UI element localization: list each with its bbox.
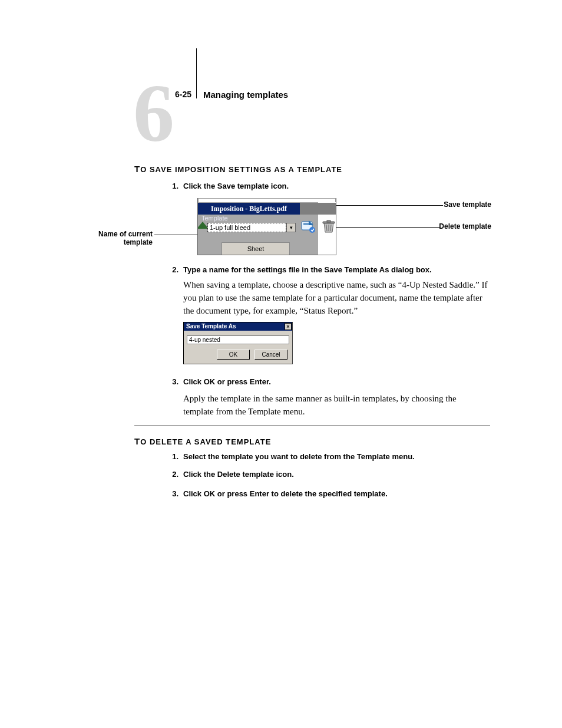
cancel-button[interactable]: Cancel: [254, 350, 287, 360]
step-1: 1.Click the Save template icon.: [164, 182, 289, 190]
svg-rect-1: [303, 223, 309, 225]
svg-rect-4: [327, 220, 330, 222]
callout-save-template: Save template: [444, 200, 491, 209]
step-2-number: 2.: [164, 265, 178, 274]
window-title-inactive: [300, 203, 336, 215]
window-title: Imposition - BigLetts.pdf: [198, 203, 300, 215]
delete-step-3-text: Click OK or press Enter to delete the sp…: [183, 489, 388, 498]
callout-delete-template: Delete template: [439, 222, 491, 230]
section-divider: [134, 426, 490, 426]
callout-line-left: [154, 235, 197, 235]
delete-step-1-number: 1.: [164, 452, 178, 461]
chapter-number-bg: 6: [133, 72, 174, 154]
heading2-initial: T: [134, 436, 140, 446]
screenshot-imposition-toolbar: Imposition - BigLetts.pdf Template 1-up …: [197, 198, 336, 255]
page-number: 6-25: [175, 90, 191, 99]
header-divider: [196, 48, 197, 98]
heading-initial: T: [134, 164, 140, 174]
step-3: 3.Click OK or press Enter.: [164, 377, 271, 386]
save-template-icon[interactable]: [300, 219, 317, 233]
step-2-text: Type a name for the settings file in the…: [183, 265, 432, 274]
heading2-rest: O DELETE A SAVED TEMPLATE: [140, 437, 271, 446]
section-heading-delete: TO DELETE A SAVED TEMPLATE: [134, 436, 271, 446]
delete-step-1-text: Select the template you want to delete f…: [183, 452, 415, 461]
step-1-text: Click the Save template icon.: [183, 182, 289, 190]
template-dropdown[interactable]: 1-up full bleed: [207, 223, 286, 232]
page-title: Managing templates: [203, 90, 288, 100]
callout-template-name: Name of current template: [73, 230, 153, 246]
toolbar-top-border: [198, 198, 336, 202]
delete-step-1: 1.Select the template you want to delete…: [164, 452, 415, 461]
delete-step-3-number: 3.: [164, 489, 178, 498]
sheet-tab[interactable]: Sheet: [222, 242, 290, 255]
section-heading-save: TO SAVE IMPOSITION SETTINGS AS A TEMPLAT…: [134, 164, 342, 174]
template-section-label: Template: [201, 215, 228, 222]
step-2-description: When saving a template, choose a descrip…: [183, 279, 489, 317]
callout-line-right-bottom: [329, 227, 439, 228]
template-name-input[interactable]: 4-up nested: [187, 335, 289, 344]
dialog-title: Save Template As: [184, 322, 292, 331]
ok-button[interactable]: OK: [217, 350, 250, 360]
screenshot-save-template-dialog: Save Template As × 4-up nested OK Cancel: [183, 322, 293, 364]
svg-point-2: [309, 227, 315, 233]
dropdown-arrow-icon[interactable]: ▾: [286, 223, 296, 232]
step-3-description: Apply the template in the same manner as…: [183, 393, 489, 419]
step-1-number: 1.: [164, 182, 178, 190]
delete-step-2-text: Click the Delete template icon.: [183, 470, 294, 479]
close-icon[interactable]: ×: [285, 323, 292, 330]
delete-step-3: 3.Click OK or press Enter to delete the …: [164, 489, 388, 498]
delete-step-2-number: 2.: [164, 470, 178, 479]
delete-step-2: 2.Click the Delete template icon.: [164, 470, 294, 479]
step-2: 2.Type a name for the settings file in t…: [164, 265, 432, 274]
delete-template-icon[interactable]: [320, 219, 336, 233]
step-3-number: 3.: [164, 377, 178, 386]
page-header: 6 6-25 Managing templates: [0, 48, 562, 131]
heading-rest: O SAVE IMPOSITION SETTINGS AS A TEMPLATE: [140, 165, 342, 174]
step-3-text: Click OK or press Enter.: [183, 377, 271, 386]
